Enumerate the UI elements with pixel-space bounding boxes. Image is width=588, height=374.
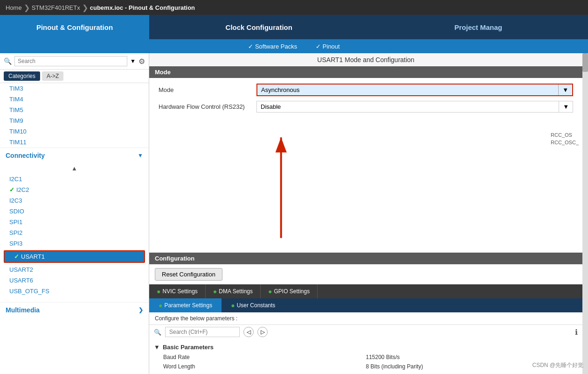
dot-gpio: ● xyxy=(268,288,272,295)
hardware-flow-label: Hardware Flow Control (RS232) xyxy=(159,103,252,110)
search-icon: 🔍 xyxy=(4,57,12,65)
config-tabs-row1: ● NVIC Settings ● DMA Settings ● GPIO Se… xyxy=(149,284,582,298)
tab-gpio[interactable]: ● GPIO Settings xyxy=(261,284,318,298)
basic-params-section: ▼ Basic Parameters Baud Rate 115200 Bits… xyxy=(149,339,582,374)
rcc-label-1: RCC_OS xyxy=(551,132,579,138)
param-name-word: Word Length xyxy=(163,363,366,370)
sub-tab-bar: ✓ Software Packs ✓ Pinout xyxy=(0,39,588,53)
basic-params-label: Basic Parameters xyxy=(163,344,214,351)
mode-dropdown-icon[interactable]: ▼ xyxy=(558,85,572,95)
sidebar-list: TIM3 TIM4 TIM5 TIM9 TIM10 TIM11 Connecti… xyxy=(0,83,149,374)
scrollbar-track[interactable] xyxy=(582,53,588,374)
breadcrumb-file: cubemx.ioc - Pinout & Configuration xyxy=(90,4,195,11)
sidebar-item-i2c1[interactable]: I2C1 xyxy=(0,174,149,184)
scrollbar-thumb[interactable] xyxy=(582,53,588,72)
mode-content: Mode Asynchronous ▼ Hardware Flow Contro… xyxy=(149,78,582,123)
dot-nvic: ● xyxy=(157,288,160,295)
sidebar-item-tim4[interactable]: TIM4 xyxy=(0,94,149,105)
basic-params-header: ▼ Basic Parameters xyxy=(154,342,578,353)
check-icon-usart1: ✓ xyxy=(14,253,19,260)
sidebar-item-i2c2[interactable]: ✓ I2C2 xyxy=(0,184,149,195)
scroll-up-arrow[interactable]: ▲ xyxy=(0,163,149,174)
dma-label: DMA Settings xyxy=(219,288,253,295)
i2c2-label: I2C2 xyxy=(16,186,29,193)
sidebar-item-spi3[interactable]: SPI3 xyxy=(0,238,149,249)
tab-az[interactable]: A->Z xyxy=(42,71,63,81)
sidebar-item-i2c3[interactable]: I2C3 xyxy=(0,195,149,206)
reset-config-button[interactable]: Reset Configuration xyxy=(155,268,222,281)
config-section-header: Configuration xyxy=(149,253,582,264)
mode-section-header: Mode xyxy=(149,66,582,78)
param-value-baud: 115200 Bits/s xyxy=(366,354,569,360)
dot-user-constants: ● xyxy=(231,302,235,309)
dot-parameter: ● xyxy=(159,302,162,309)
check-icon-i2c2: ✓ xyxy=(9,186,14,193)
param-name-baud: Baud Rate xyxy=(163,354,366,360)
connectivity-label: Connectivity xyxy=(6,152,45,159)
breadcrumb-board[interactable]: STM32F401RETx xyxy=(32,4,80,11)
mode-value: Asynchronous xyxy=(257,85,558,95)
sidebar-item-tim3[interactable]: TIM3 xyxy=(0,83,149,94)
tab-dma[interactable]: ● DMA Settings xyxy=(206,284,261,298)
breadcrumb: Home ❯ STM32F401RETx ❯ cubemx.ioc - Pino… xyxy=(0,0,588,15)
sidebar-item-spi1[interactable]: SPI1 xyxy=(0,217,149,227)
sidebar-item-tim5[interactable]: TIM5 xyxy=(0,105,149,115)
main-layout: 🔍 ▼ ⚙ Categories A->Z TIM3 TIM4 TIM5 TIM… xyxy=(0,53,588,374)
subtab-software[interactable]: ✓ Software Packs xyxy=(248,43,297,50)
sidebar-item-usart1[interactable]: ✓ USART1 xyxy=(5,251,144,262)
sidebar-item-usart6[interactable]: USART6 xyxy=(0,275,149,286)
sidebar-item-usb-otg[interactable]: USB_OTG_FS xyxy=(0,286,149,296)
dot-dma: ● xyxy=(213,288,217,295)
multimedia-arrow-icon: ❯ xyxy=(138,307,143,313)
content-title: USART1 Mode and Configuration xyxy=(149,53,582,66)
info-icon[interactable]: ℹ xyxy=(575,328,578,337)
sidebar-item-tim10[interactable]: TIM10 xyxy=(0,126,149,137)
sidebar-item-usart2[interactable]: USART2 xyxy=(0,264,149,275)
prev-nav-button[interactable]: ◁ xyxy=(243,327,254,337)
connectivity-section[interactable]: Connectivity ▼ xyxy=(0,148,149,163)
hardware-flow-row: Hardware Flow Control (RS232) Disable ▼ xyxy=(159,101,573,113)
params-search-input[interactable] xyxy=(165,327,240,337)
sidebar-item-tim11[interactable]: TIM11 xyxy=(0,137,149,148)
main-tab-bar: Pinout & Configuration Clock Configurati… xyxy=(0,15,588,39)
config-tabs-row2: ● Parameter Settings ● User Constants xyxy=(149,298,582,312)
next-nav-button[interactable]: ▷ xyxy=(257,327,268,337)
tab-clock[interactable]: Clock Configuration xyxy=(149,15,369,39)
config-section: Configuration Reset Configuration ● NVIC… xyxy=(149,253,582,374)
rcc-label-2: RCC_OSC_ xyxy=(551,140,579,145)
mode-label: Mode xyxy=(159,86,252,93)
tab-project[interactable]: Project Manag xyxy=(369,15,588,39)
tab-user-constants[interactable]: ● User Constants xyxy=(221,298,284,312)
breadcrumb-home[interactable]: Home xyxy=(6,4,22,11)
multimedia-section[interactable]: Multimedia ❯ xyxy=(0,302,149,318)
user-constants-label: User Constants xyxy=(237,302,276,309)
tab-parameter[interactable]: ● Parameter Settings xyxy=(149,298,221,312)
sidebar-item-tim9[interactable]: TIM9 xyxy=(0,115,149,126)
gear-icon[interactable]: ⚙ xyxy=(138,57,145,66)
dropdown-arrow-icon[interactable]: ▼ xyxy=(130,58,136,64)
params-search-icon: 🔍 xyxy=(154,329,161,336)
content-area: USART1 Mode and Configuration Mode Mode … xyxy=(149,53,582,374)
tab-nvic[interactable]: ● NVIC Settings xyxy=(149,284,206,298)
gpio-label: GPIO Settings xyxy=(274,288,310,295)
hardware-flow-value: Disable xyxy=(257,101,559,112)
sidebar: 🔍 ▼ ⚙ Categories A->Z TIM3 TIM4 TIM5 TIM… xyxy=(0,53,149,374)
mode-row: Mode Asynchronous ▼ xyxy=(159,84,573,96)
sidebar-tabs: Categories A->Z xyxy=(0,70,149,83)
chevron-down-icon: ▼ xyxy=(154,344,160,351)
param-row-word: Word Length 8 Bits (including Parity) xyxy=(154,362,578,371)
search-input[interactable] xyxy=(14,56,127,66)
tab-pinout[interactable]: Pinout & Configuration xyxy=(0,15,149,39)
breadcrumb-sep1: ❯ xyxy=(24,3,30,12)
parameter-label: Parameter Settings xyxy=(164,302,212,309)
subtab-pinout[interactable]: ✓ Pinout xyxy=(316,43,339,50)
hardware-flow-dropdown-icon[interactable]: ▼ xyxy=(559,101,573,112)
nvic-label: NVIC Settings xyxy=(162,288,197,295)
sidebar-item-spi2[interactable]: SPI2 xyxy=(0,227,149,238)
sidebar-item-sdio[interactable]: SDIO xyxy=(0,206,149,217)
usart1-label: USART1 xyxy=(21,253,45,260)
annotation-arrow xyxy=(149,123,582,253)
tab-categories[interactable]: Categories xyxy=(4,71,40,81)
params-search-row: 🔍 ◁ ▷ ℹ xyxy=(149,325,582,339)
csdn-watermark: CSDN @先睡个好觉 xyxy=(532,361,583,369)
